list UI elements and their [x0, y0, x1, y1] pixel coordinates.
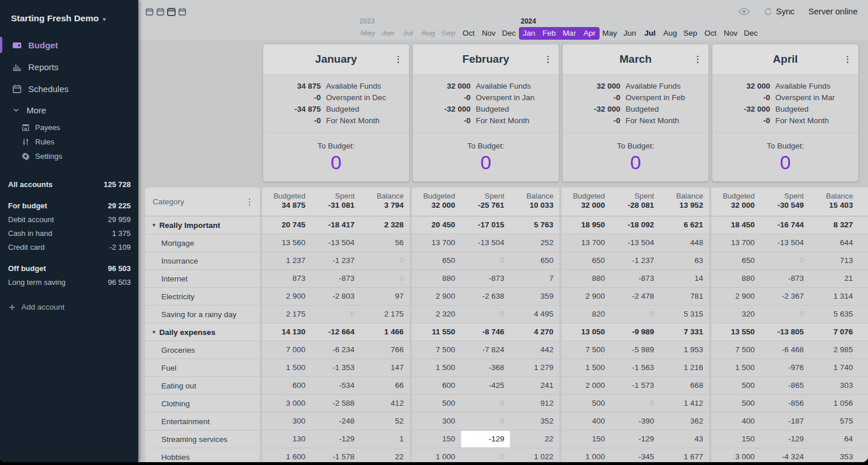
spent-cell[interactable]: -425 — [461, 377, 510, 394]
balance-cell[interactable]: 650 — [510, 252, 559, 269]
balance-cell[interactable]: 8 327 — [810, 216, 859, 234]
account-row-cash-in-hand[interactable]: Cash in hand1 375 — [0, 226, 138, 240]
sidebar-item-rules[interactable]: Rules — [0, 135, 138, 149]
spent-cell[interactable]: -248 — [311, 413, 360, 430]
spent-cell[interactable]: 0 — [611, 306, 659, 323]
spent-cell[interactable]: 0 — [461, 413, 510, 430]
spent-cell[interactable]: 0 — [311, 306, 360, 323]
spent-cell[interactable]: -2 803 — [311, 288, 360, 305]
budgeted-cell[interactable]: 7 500 — [711, 341, 760, 359]
balance-cell[interactable]: 56 — [361, 234, 410, 251]
spent-cell[interactable]: -6 468 — [760, 341, 809, 359]
budgeted-cell[interactable]: 3 000 — [262, 395, 311, 412]
budgeted-cell[interactable]: 18 950 — [562, 216, 611, 234]
budgeted-cell[interactable]: 13 560 — [262, 234, 311, 251]
spent-cell[interactable]: -129 — [611, 430, 659, 448]
balance-cell[interactable]: 1 056 — [810, 395, 859, 412]
budgeted-cell[interactable]: 150 — [562, 430, 611, 448]
balance-cell[interactable]: 64 — [810, 430, 859, 448]
balance-cell[interactable]: 1 279 — [510, 359, 559, 376]
spent-cell[interactable]: -856 — [760, 395, 809, 412]
spent-cell[interactable]: -18 092 — [611, 216, 659, 234]
timeline-month-jul[interactable]: Jul — [640, 27, 660, 40]
category-name-cell[interactable]: Groceries — [145, 341, 260, 359]
category-name-cell[interactable]: Electricity — [145, 288, 260, 305]
budgeted-cell[interactable]: 2 900 — [711, 288, 760, 305]
budgeted-cell[interactable]: 7 500 — [412, 341, 461, 359]
category-name-cell[interactable]: Saving for a rainy day — [145, 306, 260, 323]
collapse-triangle-icon[interactable]: ▾ — [153, 222, 156, 228]
balance-cell[interactable]: 66 — [361, 377, 410, 394]
spent-cell[interactable]: -1 237 — [611, 252, 659, 269]
budgeted-cell[interactable]: 13 050 — [562, 323, 611, 341]
category-name-cell[interactable]: Internet — [145, 270, 260, 287]
category-name-cell[interactable]: Insurrance — [145, 252, 260, 269]
category-name-cell[interactable]: ▾Really Important — [145, 216, 260, 234]
budgeted-cell[interactable]: 500 — [562, 395, 611, 412]
category-name-cell[interactable]: Eating out — [145, 377, 260, 394]
balance-cell[interactable]: 1 022 — [510, 448, 559, 462]
balance-cell[interactable]: 303 — [810, 377, 859, 394]
balance-cell[interactable]: 2 985 — [810, 341, 859, 359]
balance-cell[interactable]: 1 677 — [660, 448, 709, 462]
spent-cell[interactable]: 0 — [461, 395, 510, 412]
balance-cell[interactable]: 713 — [810, 252, 859, 269]
balance-cell[interactable]: 7 — [510, 270, 559, 287]
budgeted-cell[interactable]: 13 700 — [562, 234, 611, 251]
spent-cell[interactable]: -6 234 — [311, 341, 360, 359]
spent-cell[interactable]: -873 — [461, 270, 510, 287]
category-name-cell[interactable]: Hobbies — [145, 448, 260, 462]
account-row-all-accounts[interactable]: All accounts125 728 — [0, 177, 138, 191]
timeline-month-apr[interactable]: Apr — [579, 27, 600, 40]
account-row-debit-account[interactable]: Debit account29 959 — [0, 212, 138, 226]
spent-cell[interactable]: 0 — [611, 395, 659, 412]
timeline-month-feb[interactable]: Feb — [539, 27, 559, 40]
spent-cell[interactable]: -13 805 — [760, 323, 809, 341]
spent-cell[interactable]: -13 504 — [760, 234, 809, 251]
budgeted-cell[interactable]: 500 — [711, 377, 760, 394]
budgeted-cell[interactable]: 1 000 — [412, 448, 461, 462]
spent-cell[interactable]: -1 573 — [611, 377, 659, 394]
account-row-long-term-saving[interactable]: Long term saving96 503 — [0, 275, 138, 289]
month-menu-kebab-icon[interactable]: ⋮ — [693, 56, 702, 62]
category-name-cell[interactable]: Clothing — [145, 395, 260, 412]
balance-cell[interactable]: 1 216 — [660, 359, 709, 376]
spent-cell[interactable]: -873 — [760, 270, 809, 287]
to-budget-value[interactable]: 0 — [712, 151, 858, 174]
spent-cell[interactable]: -18 417 — [311, 216, 360, 234]
balance-cell[interactable]: 241 — [510, 377, 559, 394]
month-menu-kebab-icon[interactable]: ⋮ — [843, 56, 852, 62]
budgeted-cell[interactable]: 873 — [262, 270, 311, 287]
budgeted-cell[interactable]: 500 — [412, 395, 461, 412]
balance-cell[interactable]: 1 953 — [660, 341, 709, 359]
budgeted-cell[interactable]: 880 — [711, 270, 760, 287]
budgeted-cell[interactable]: 600 — [262, 377, 311, 394]
balance-cell[interactable]: 5 763 — [510, 216, 559, 234]
spent-cell[interactable]: 0 — [760, 252, 809, 269]
timeline-month-nov[interactable]: Nov — [479, 27, 499, 40]
budgeted-cell[interactable]: 14 130 — [262, 323, 311, 341]
category-name-cell[interactable]: Fuel — [145, 359, 260, 376]
budgeted-cell[interactable]: 2 900 — [262, 288, 311, 305]
balance-cell[interactable]: 353 — [810, 448, 859, 462]
budgeted-cell[interactable]: 650 — [412, 252, 461, 269]
balance-cell[interactable]: 7 076 — [810, 323, 859, 341]
balance-cell[interactable]: 912 — [510, 395, 559, 412]
spent-cell[interactable]: -16 744 — [760, 216, 809, 234]
spent-cell[interactable]: -13 504 — [461, 234, 510, 251]
balance-cell[interactable]: 21 — [810, 270, 859, 287]
balance-cell[interactable]: 668 — [660, 377, 709, 394]
budgeted-cell[interactable]: 2 900 — [562, 288, 611, 305]
server-status-button[interactable]: Server online — [809, 7, 858, 16]
timeline-month-jan[interactable]: Jan2024 — [519, 27, 539, 40]
spent-cell[interactable]: -17 015 — [461, 216, 510, 234]
category-name-cell[interactable]: Mortgage — [145, 234, 260, 251]
calendar-1-month-icon[interactable] — [145, 7, 154, 16]
balance-cell[interactable]: 52 — [361, 413, 410, 430]
timeline-month-sep[interactable]: Sep — [680, 27, 700, 40]
budgeted-cell[interactable]: 600 — [412, 377, 461, 394]
budgeted-cell[interactable]: 320 — [711, 306, 760, 323]
balance-cell[interactable]: 1 — [361, 430, 410, 448]
spent-cell[interactable]: -2 367 — [760, 288, 809, 305]
budgeted-cell[interactable]: 880 — [562, 270, 611, 287]
